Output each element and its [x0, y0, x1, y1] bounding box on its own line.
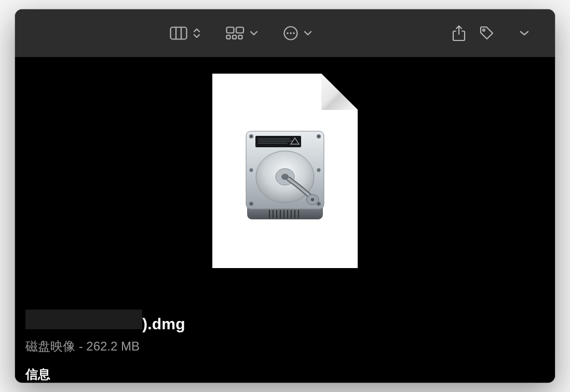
view-controls-group	[159, 26, 211, 40]
svg-point-28	[251, 203, 252, 204]
share-icon	[452, 25, 466, 41]
page-fold	[321, 74, 358, 110]
file-kind-size: 磁盘映像 - 262.2 MB	[25, 338, 545, 355]
svg-point-30	[318, 203, 320, 204]
tags-icon	[479, 25, 495, 41]
file-preview[interactable]	[15, 57, 555, 268]
actions-group	[273, 25, 322, 41]
tags-button[interactable]	[479, 25, 495, 41]
svg-point-31	[250, 168, 253, 172]
info-section-header: 信息	[25, 366, 545, 383]
file-info: ).dmg 磁盘映像 - 262.2 MB 信息	[15, 268, 555, 383]
filename: ).dmg	[25, 310, 545, 333]
gallery-view-button[interactable]	[226, 26, 245, 40]
svg-point-32	[317, 168, 321, 172]
expand-button[interactable]	[520, 30, 529, 36]
columns-view-icon	[170, 26, 187, 40]
svg-point-9	[287, 32, 289, 34]
svg-rect-33	[255, 136, 301, 147]
disk-image-glyph	[241, 127, 329, 231]
filename-redacted-part	[25, 310, 142, 329]
file-kind: 磁盘映像	[25, 339, 75, 353]
toolbar	[15, 9, 555, 57]
view-switch-button[interactable]	[193, 27, 201, 39]
svg-rect-5	[227, 35, 230, 39]
expand-group	[509, 30, 539, 36]
svg-rect-7	[239, 35, 242, 39]
svg-point-41	[311, 198, 314, 201]
svg-rect-0	[171, 27, 187, 39]
svg-rect-3	[227, 27, 234, 33]
finder-preview-window: ).dmg 磁盘映像 - 262.2 MB 信息	[15, 9, 555, 383]
share-tags-group	[442, 25, 505, 41]
gallery-group	[215, 26, 268, 40]
actions-menu-button[interactable]	[283, 25, 298, 41]
filename-visible-part: ).dmg	[142, 315, 185, 333]
svg-point-13	[483, 29, 485, 31]
svg-rect-6	[233, 35, 236, 39]
actions-options-button[interactable]	[304, 30, 312, 36]
gallery-view-icon	[226, 26, 245, 40]
svg-rect-4	[236, 27, 243, 33]
chevron-down-icon	[520, 30, 529, 36]
file-size: 262.2 MB	[86, 339, 140, 353]
actions-menu-icon	[283, 25, 298, 41]
dmg-file-icon	[212, 74, 358, 268]
chevron-down-icon	[304, 30, 312, 36]
svg-point-11	[293, 32, 295, 34]
share-button[interactable]	[452, 25, 466, 41]
updown-chevron-icon	[193, 27, 201, 39]
columns-view-button[interactable]	[170, 26, 187, 40]
svg-point-24	[251, 135, 252, 137]
content-area: ).dmg 磁盘映像 - 262.2 MB 信息	[15, 57, 555, 383]
gallery-options-button[interactable]	[250, 30, 258, 36]
svg-point-10	[290, 32, 292, 34]
svg-point-26	[318, 135, 320, 137]
chevron-down-icon	[250, 30, 258, 36]
